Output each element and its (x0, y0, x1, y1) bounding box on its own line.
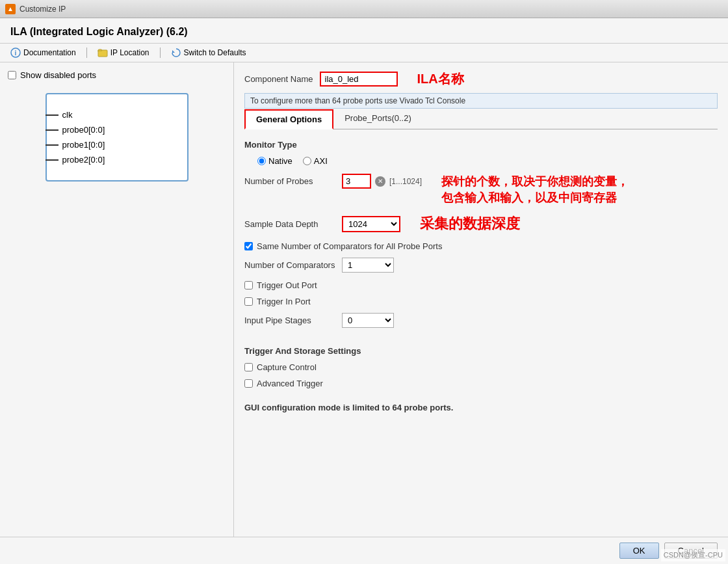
capture-control-label: Capture Control (257, 362, 317, 372)
monitor-type-title: Monitor Type (244, 140, 718, 150)
app-icon: ▲ (5, 4, 16, 14)
number-of-probes-input[interactable] (342, 174, 371, 189)
sample-data-depth-row: Sample Data Depth 1024 2048 4096 8192 采集… (244, 214, 718, 234)
port-line-probe0 (46, 129, 58, 131)
main-window: ILA (Integrated Logic Analyzer) (6.2) i … (0, 18, 728, 564)
component-name-input[interactable] (320, 72, 398, 87)
advanced-trigger-checkbox[interactable] (244, 379, 253, 388)
ip-title: ILA (Integrated Logic Analyzer) (6.2) (0, 18, 728, 44)
switch-defaults-label: Switch to Defaults (184, 48, 246, 57)
folder-icon (98, 47, 108, 58)
trigger-in-port-label: Trigger In Port (257, 297, 311, 306)
documentation-label: Documentation (23, 48, 76, 57)
same-comparators-label: Same Number of Comparators for All Probe… (257, 241, 442, 251)
component-diagram: clk probe0[0:0] probe1[0:0] probe2[0:0] (46, 93, 188, 181)
trigger-out-port-checkbox[interactable] (244, 281, 253, 289)
port-line-probe2 (46, 159, 58, 161)
same-comparators-checkbox[interactable] (244, 242, 253, 250)
tab-probe-ports[interactable]: Probe_Ports(0..2) (333, 109, 422, 129)
watermark: CSDN@侯宣-CPU (661, 549, 725, 561)
sample-data-depth-label: Sample Data Depth (244, 219, 335, 229)
number-of-comparators-label: Number of Comparators (244, 260, 335, 270)
bottom-bar: OK Cancel (0, 537, 728, 564)
port-probe2: probe2[0:0] (60, 155, 174, 165)
trigger-storage-title: Trigger And Storage Settings (244, 346, 718, 356)
probe-annotation: 探针的个数，取决于你想测的变量， 包含输入和输入，以及中间寄存器 (441, 174, 629, 206)
show-disabled-ports-row: Show disabled ports (8, 70, 226, 80)
show-disabled-ports-checkbox[interactable] (8, 71, 16, 79)
component-name-row: Component Name ILA名称 (244, 70, 718, 88)
separator-2 (160, 47, 161, 58)
info-icon: i (10, 47, 21, 58)
clear-probes-button[interactable]: ✕ (375, 176, 385, 187)
left-panel: Show disabled ports clk probe0[0:0] prob… (0, 62, 234, 537)
content-area: Show disabled ports clk probe0[0:0] prob… (0, 62, 728, 537)
toolbar: i Documentation IP Location (0, 44, 728, 62)
trigger-in-port-checkbox[interactable] (244, 297, 253, 306)
input-pipe-stages-group: Input Pipe Stages 0 1 2 (244, 313, 718, 328)
trigger-out-port-row: Trigger Out Port (244, 280, 718, 290)
number-of-probes-group: Number of Probes ✕ [1...1024] (244, 174, 422, 189)
probes-range-hint: [1...1024] (389, 177, 422, 186)
ip-location-label: IP Location (110, 48, 150, 57)
trigger-out-port-label: Trigger Out Port (257, 280, 317, 290)
port-label-probe1: probe1[0:0] (60, 140, 105, 150)
ok-button[interactable]: OK (619, 543, 659, 559)
refresh-icon (171, 47, 181, 58)
component-name-label: Component Name (244, 74, 313, 84)
port-line-clk (46, 114, 58, 116)
advanced-trigger-label: Advanced Trigger (257, 379, 323, 388)
ila-name-annotation: ILA名称 (417, 70, 464, 88)
probe-annotation-line1: 探针的个数，取决于你想测的变量， (441, 174, 629, 190)
port-label-probe2: probe2[0:0] (60, 155, 105, 165)
tabs-row: General Options Probe_Ports(0..2) (244, 109, 718, 129)
port-line-probe1 (46, 144, 58, 146)
port-label-clk: clk (60, 110, 73, 120)
number-of-comparators-group: Number of Comparators 1 2 3 4 (244, 258, 718, 273)
svg-marker-3 (172, 50, 175, 53)
port-probe0: probe0[0:0] (60, 125, 174, 135)
ip-location-button[interactable]: IP Location (98, 47, 150, 58)
port-probe1: probe1[0:0] (60, 140, 174, 150)
input-pipe-stages-select[interactable]: 0 1 2 (342, 313, 394, 328)
tab-general-options[interactable]: General Options (244, 109, 333, 129)
title-bar-text: Customize IP (20, 5, 66, 14)
probe-annotation-line2: 包含输入和输入，以及中间寄存器 (441, 190, 629, 206)
show-disabled-ports-label: Show disabled ports (20, 70, 96, 80)
input-pipe-stages-label: Input Pipe Stages (244, 316, 335, 325)
same-comparators-row: Same Number of Comparators for All Probe… (244, 241, 718, 251)
capture-control-row: Capture Control (244, 362, 718, 372)
sample-data-depth-select[interactable]: 1024 2048 4096 8192 (342, 216, 400, 232)
svg-text:i: i (15, 49, 17, 57)
number-of-comparators-select[interactable]: 1 2 3 4 (342, 258, 394, 273)
port-label-probe0: probe0[0:0] (60, 125, 105, 135)
radio-axi-input[interactable] (303, 157, 311, 165)
number-of-probes-wrap: ✕ [1...1024] (342, 174, 422, 189)
radio-native[interactable]: Native (257, 156, 292, 166)
port-clk: clk (60, 110, 174, 120)
radio-axi[interactable]: AXI (303, 156, 328, 166)
info-bar: To configure more than 64 probe ports us… (244, 93, 718, 109)
advanced-trigger-row: Advanced Trigger (244, 379, 718, 388)
switch-defaults-button[interactable]: Switch to Defaults (171, 47, 246, 58)
right-panel: Component Name ILA名称 To configure more t… (234, 62, 728, 537)
separator-1 (86, 47, 87, 58)
radio-native-input[interactable] (257, 157, 266, 165)
sample-annotation: 采集的数据深度 (420, 214, 520, 234)
number-of-probes-label: Number of Probes (244, 176, 335, 186)
footer-note: GUI configuration mode is limited to 64 … (244, 403, 718, 412)
capture-control-checkbox[interactable] (244, 363, 253, 371)
radio-group-monitor: Native AXI (257, 156, 718, 166)
title-bar: ▲ Customize IP (0, 0, 728, 18)
trigger-in-port-row: Trigger In Port (244, 297, 718, 306)
documentation-button[interactable]: i Documentation (10, 47, 76, 58)
